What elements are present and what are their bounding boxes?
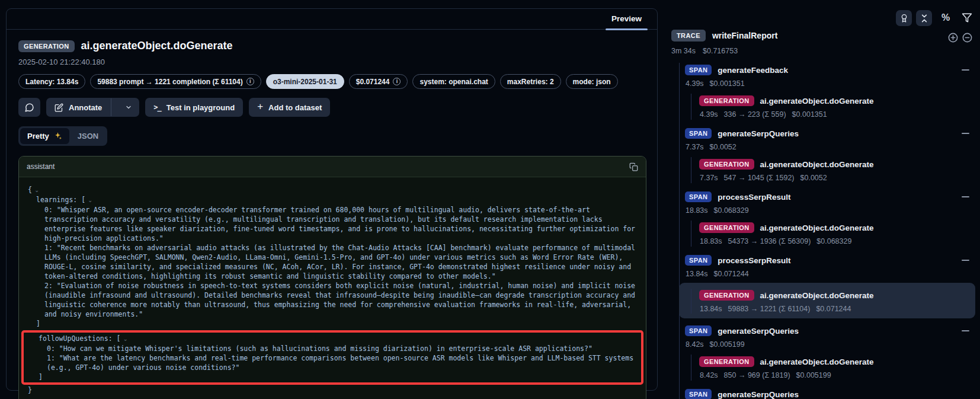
collapse-node-icon[interactable] <box>962 260 969 261</box>
span-type-badge: SPAN <box>685 128 712 139</box>
dataset-label: Add to dataset <box>268 103 322 112</box>
generation-metrics: 4.39s336 → 223 (Σ 559)$0.001351 <box>700 110 975 119</box>
generation-cost: $0.005199 <box>796 371 831 379</box>
generation-name: ai.generateObject.doGenerate <box>760 224 874 232</box>
info-icon[interactable]: i <box>246 78 254 85</box>
tree-node-generation[interactable]: GENERATIONai.generateObject.doGenerate13… <box>679 283 975 318</box>
span-children: GENERATIONai.generateObject.doGenerate7.… <box>691 156 975 184</box>
trace-header[interactable]: TRACE writeFinalReport <box>671 30 975 42</box>
code-line: 1: "What are the latency benchmarks and … <box>30 353 635 372</box>
tree-node-generation[interactable]: GENERATIONai.generateObject.doGenerate8.… <box>691 353 975 382</box>
code-line: followUpQuestions: [⌄ <box>30 334 635 344</box>
code-line: 2: "Evaluation of noise robustness in sp… <box>28 281 637 319</box>
annotate-button[interactable]: Annotate <box>46 98 139 117</box>
view-tab-json[interactable]: JSON <box>71 128 105 144</box>
tree-span-row[interactable]: SPANprocessSerpResult <box>685 190 975 204</box>
tree-generation-row[interactable]: GENERATIONai.generateObject.doGenerate <box>699 355 975 369</box>
tree-node-span: SPANgenerateSerpQueries8.42s$0.005199GEN… <box>685 324 975 382</box>
tree-node-span: SPANprocessSerpResult18.83s$0.068329GENE… <box>685 190 975 248</box>
generation-cost: $0.0052 <box>800 174 827 182</box>
tree-node-span: SPANgenerateSerpQueries <box>685 387 975 399</box>
collapse-node-icon[interactable] <box>962 330 969 331</box>
generation-duration: 8.42s <box>700 371 718 379</box>
code-text: learnings: [ <box>36 196 85 204</box>
copy-icon[interactable] <box>629 162 638 171</box>
metadata-badge: maxRetries: 2 <box>500 74 561 89</box>
span-children: GENERATIONai.generateObject.doGenerate18… <box>691 219 975 248</box>
tree-node-generation[interactable]: GENERATIONai.generateObject.doGenerate7.… <box>691 156 975 184</box>
tree-node-generation[interactable]: GENERATIONai.generateObject.doGenerate18… <box>691 219 975 248</box>
percent-glyph: % <box>941 12 950 23</box>
add-to-dataset-button[interactable]: + Add to dataset <box>249 98 330 117</box>
span-name: generateFeedback <box>718 66 788 75</box>
collapse-tree-button[interactable] <box>916 10 932 26</box>
test-in-playground-button[interactable]: >_ Test in playground <box>145 98 243 117</box>
span-name: generateSerpQueries <box>718 129 799 138</box>
tree-span-row[interactable]: SPANgenerateSerpQueries <box>685 324 975 338</box>
generation-tokens: 59883 → 1221 (Σ 61104) <box>728 305 811 313</box>
collapse-node-icon[interactable] <box>962 133 969 134</box>
generation-type-badge: GENERATION <box>699 159 754 170</box>
tree-span-row[interactable]: SPANgenerateSerpQueries <box>685 126 975 141</box>
generation-duration: 18.83s <box>700 237 722 245</box>
generation-duration: 7.37s <box>700 174 718 182</box>
comment-button[interactable] <box>18 98 40 117</box>
filter-icon[interactable] <box>960 11 973 24</box>
collapse-node-icon[interactable] <box>962 196 969 197</box>
tree-generation-row[interactable]: GENERATIONai.generateObject.doGenerate <box>699 221 975 235</box>
award-icon <box>899 14 909 23</box>
chevron-down-icon <box>125 104 132 111</box>
tree-span-row[interactable]: SPANgenerateFeedback <box>685 63 975 77</box>
generation-cost: $0.068329 <box>816 237 851 245</box>
annotation-queue-button[interactable] <box>896 10 912 26</box>
span-type-badge: SPAN <box>685 65 712 75</box>
percent-icon[interactable]: % <box>939 11 952 24</box>
span-type-badge: SPAN <box>685 325 712 336</box>
generation-type-badge: GENERATION <box>699 222 754 233</box>
action-toolbar: Annotate >_ Test in playground + Add to … <box>18 98 645 117</box>
info-icon[interactable]: i <box>393 78 401 85</box>
tree-generation-row[interactable]: GENERATIONai.generateObject.doGenerate <box>699 157 975 171</box>
collapse-node-icon[interactable] <box>962 69 969 71</box>
view-tab-label: JSON <box>78 132 98 141</box>
plus-icon: + <box>257 101 263 113</box>
generation-metrics: 8.42s850 → 969 (Σ 1819)$0.005199 <box>700 371 975 379</box>
tree-node-generation[interactable]: GENERATIONai.generateObject.doGenerate4.… <box>691 92 975 121</box>
metadata-badge: $0.071244i <box>349 74 408 89</box>
badge-label: system: openai.chat <box>419 78 488 86</box>
tree-span-row[interactable]: SPANgenerateSerpQueries <box>685 387 975 399</box>
tree-generation-row[interactable]: GENERATIONai.generateObject.doGenerate <box>699 94 975 108</box>
generation-metrics: 7.37s547 → 1045 (Σ 1592)$0.0052 <box>700 174 975 182</box>
tab-preview[interactable]: Preview <box>601 9 652 30</box>
badge-label: maxRetries: 2 <box>507 78 554 86</box>
code-line: learnings: [⌄ <box>28 195 637 205</box>
code-text: followUpQuestions: [ <box>39 334 120 343</box>
span-name: generateSerpQueries <box>718 327 799 336</box>
code-text: ] <box>36 320 40 328</box>
generation-type-badge: GENERATION <box>699 356 754 367</box>
chevron-down-icon[interactable]: ⌄ <box>88 197 92 203</box>
span-cost: $0.071244 <box>714 270 749 278</box>
code-text: { <box>28 186 32 194</box>
annotate-dropdown[interactable] <box>118 104 139 111</box>
chevron-down-icon[interactable]: ⌄ <box>123 336 127 342</box>
trace-cost: $0.716753 <box>703 47 738 55</box>
annotate-label: Annotate <box>69 103 102 112</box>
span-cost: $0.005199 <box>710 340 745 349</box>
span-type-badge: SPAN <box>685 191 712 202</box>
chevron-down-icon[interactable]: ⌄ <box>34 187 39 193</box>
span-cost: $0.0052 <box>710 143 736 151</box>
button-divider <box>111 98 111 116</box>
metadata-badge: o3-mini-2025-01-31 <box>266 74 344 89</box>
metadata-badge: 59883 prompt → 1221 completion (Σ 61104)… <box>90 74 261 89</box>
tree-node-span: SPANprocessSerpResult13.84s$0.071244GENE… <box>685 253 975 318</box>
tree-generation-row[interactable]: GENERATIONai.generateObject.doGenerate <box>699 288 975 302</box>
code-line: 1: "Recent benchmarks on adversarial aud… <box>28 243 637 281</box>
timestamp: 2025-02-10 21:22:40.180 <box>18 58 645 66</box>
view-tab-pretty[interactable]: Pretty <box>20 128 69 144</box>
panel-body: GENERATION ai.generateObject.doGenerate … <box>7 30 657 399</box>
trace-badge: TRACE <box>671 30 706 42</box>
code-text: ] <box>39 373 43 381</box>
code-line: ] <box>30 372 635 382</box>
tree-span-row[interactable]: SPANprocessSerpResult <box>685 253 975 267</box>
